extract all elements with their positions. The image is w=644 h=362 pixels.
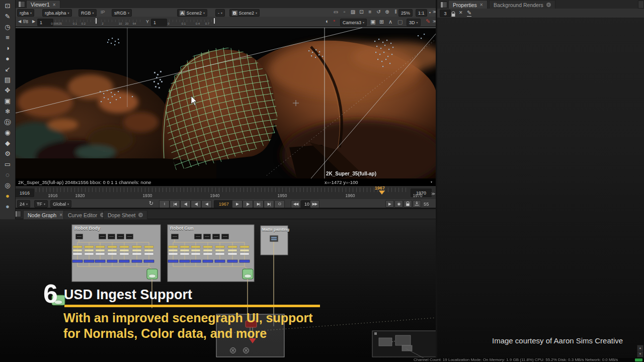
wipe-icon[interactable]: ▨ bbox=[349, 9, 357, 15]
transport-fwd-button[interactable]: |▶ bbox=[243, 200, 253, 208]
transport-fwd-button[interactable]: O bbox=[274, 200, 285, 208]
backdrop-far-right[interactable] bbox=[372, 331, 437, 357]
zoom-level-dropdown[interactable]: 25% bbox=[398, 9, 413, 17]
marquee-select-icon[interactable]: ▢ bbox=[397, 19, 403, 25]
tf-dropdown[interactable]: TF▾ bbox=[34, 200, 48, 208]
transport-fwd-button[interactable]: ▶| bbox=[264, 200, 274, 208]
green-write-node[interactable] bbox=[243, 269, 253, 279]
draw-node-icon[interactable]: ✎ bbox=[3, 13, 13, 20]
layer-dropdown[interactable]: rgba.alpha▾ bbox=[42, 9, 72, 17]
transport-back-button[interactable]: ◀ bbox=[201, 200, 212, 208]
tab-properties[interactable]: Properties × bbox=[448, 0, 488, 9]
input-process-toggle[interactable]: IP bbox=[101, 10, 105, 15]
gain-next-arrow[interactable]: ▶ bbox=[32, 19, 35, 24]
deep-node-icon[interactable]: Ⓓ bbox=[3, 118, 13, 127]
save-buffer-button[interactable] bbox=[413, 200, 421, 208]
gain-prev-arrow[interactable]: ◀ bbox=[18, 19, 21, 24]
fps-dropdown[interactable]: 24▾ bbox=[17, 200, 30, 208]
tab-dope-sheet[interactable]: Dope Sheet × bbox=[103, 210, 147, 219]
clear-bin-icon[interactable]: ✕ bbox=[459, 10, 463, 15]
metadata-node-icon[interactable]: ◆ bbox=[3, 139, 13, 147]
colorspace-dropdown[interactable]: sRGB▾ bbox=[112, 9, 132, 17]
image-node-icon[interactable]: ⊡ bbox=[3, 2, 13, 10]
other-node-icon[interactable]: ▭ bbox=[3, 160, 13, 168]
pane-divider-horizontal[interactable] bbox=[15, 208, 437, 209]
tab-node-graph[interactable]: Node Graph × bbox=[23, 210, 67, 219]
target-node-icon[interactable]: ◎ bbox=[3, 182, 13, 189]
transport-back-button[interactable]: I bbox=[159, 200, 170, 208]
transport-fwd-button[interactable]: ▶| bbox=[253, 200, 264, 208]
monitor-out-icon[interactable]: ⊡ bbox=[358, 9, 365, 15]
time-node-icon[interactable]: ◷ bbox=[3, 23, 13, 31]
tab-curve-editor[interactable]: Curve Editor × bbox=[63, 210, 109, 219]
tab-viewer1[interactable]: Viewer1 × bbox=[26, 0, 60, 9]
chevron-down-icon[interactable]: ▾ bbox=[429, 11, 431, 14]
info-bar-caret[interactable]: ▾ bbox=[431, 180, 432, 184]
view-mode-dropdown[interactable]: 3D▾ bbox=[407, 19, 421, 26]
threed-node-icon[interactable]: ▣ bbox=[3, 97, 13, 105]
gain-slider-handle[interactable] bbox=[96, 18, 97, 24]
toolsets-node-icon[interactable]: ⚙ bbox=[3, 150, 13, 157]
record-dot-icon[interactable]: • bbox=[333, 18, 335, 25]
scroll-down-button[interactable]: ▼ bbox=[637, 351, 643, 357]
color-node-icon[interactable]: ◑ bbox=[3, 44, 13, 52]
gamma-slider[interactable]: 00.10.40.7 bbox=[166, 18, 216, 26]
transport-back-button[interactable]: ◀| bbox=[191, 200, 201, 208]
pane-menu-button[interactable] bbox=[638, 1, 644, 9]
loop-mode-icon[interactable]: ↻ bbox=[149, 200, 153, 207]
gamma-slider-handle[interactable] bbox=[214, 18, 215, 24]
views-node-icon[interactable]: ◉ bbox=[3, 129, 13, 136]
skip-back-button[interactable]: ◀◀ bbox=[291, 200, 300, 208]
flipbook-button[interactable]: ▶ bbox=[385, 200, 394, 208]
merge-node-icon[interactable]: ▤ bbox=[3, 76, 13, 83]
grid-overlay-icon[interactable]: ⊞ bbox=[379, 19, 384, 25]
channels-dropdown[interactable]: rgba▾ bbox=[17, 9, 34, 17]
gamma-input[interactable]: 1 bbox=[151, 19, 167, 26]
proxy-icon[interactable]: ▫ bbox=[341, 9, 348, 15]
pane-layout-icon[interactable] bbox=[18, 1, 25, 8]
particles-node-icon[interactable]: ❄ bbox=[3, 108, 13, 115]
headlamp-icon[interactable]: ◖ bbox=[325, 18, 329, 24]
gain-slider[interactable]: 0.006250.10.22102064 bbox=[52, 18, 142, 26]
lock-bin-icon[interactable] bbox=[451, 10, 456, 19]
ab-mode-dropdown[interactable]: -▾ bbox=[215, 9, 225, 17]
refresh-icon[interactable]: ↺ bbox=[375, 9, 382, 15]
transform-node-icon[interactable]: ✥ bbox=[3, 86, 13, 94]
record-button[interactable]: ◉ bbox=[394, 200, 403, 208]
plugin-gold-icon[interactable]: ● bbox=[3, 192, 13, 200]
annotate-pencil-icon[interactable]: ✎ bbox=[426, 18, 430, 25]
edit-pencil-icon[interactable]: ✎ bbox=[467, 10, 471, 17]
curve-tool-icon[interactable]: ∧ bbox=[388, 19, 392, 25]
input-b-dropdown[interactable]: B Scene2▾ bbox=[229, 9, 260, 17]
lock-range-button[interactable] bbox=[404, 200, 412, 208]
pane-divider-vertical[interactable] bbox=[436, 0, 437, 358]
lock-camera-icon[interactable]: ▣ bbox=[370, 19, 375, 25]
transport-back-button[interactable]: ◀| bbox=[180, 200, 191, 208]
furnace-node-icon[interactable]: ◌ bbox=[3, 171, 13, 178]
viewer-viewport[interactable] bbox=[15, 27, 437, 178]
transport-fwd-button[interactable]: ▶ bbox=[232, 200, 243, 208]
close-icon[interactable]: × bbox=[59, 212, 62, 218]
current-frame-input[interactable]: 1967 bbox=[214, 200, 234, 208]
pixel-ratio-dropdown[interactable]: 1:1 bbox=[416, 9, 427, 17]
transport-back-button[interactable]: |◀ bbox=[170, 200, 180, 208]
channel-node-icon[interactable]: ≡ bbox=[3, 34, 13, 41]
tab-background-renders[interactable]: Background Renders × bbox=[489, 0, 555, 9]
close-icon[interactable]: × bbox=[53, 2, 56, 8]
keyer-node-icon[interactable]: ↙ bbox=[3, 65, 13, 73]
close-icon[interactable]: × bbox=[546, 3, 551, 7]
range-mode-dropdown[interactable]: Global▾ bbox=[50, 200, 71, 208]
close-icon[interactable]: × bbox=[480, 2, 483, 8]
playhead-marker[interactable] bbox=[379, 191, 385, 195]
plugin-globe-icon[interactable]: ● bbox=[3, 203, 13, 210]
skip-fwd-button[interactable]: ▶▶ bbox=[310, 200, 319, 208]
filter-node-icon[interactable]: ● bbox=[3, 55, 13, 62]
range-chevron-icon[interactable]: ≫ bbox=[431, 192, 435, 196]
matte-painting-node[interactable] bbox=[270, 235, 278, 242]
mask-icon[interactable]: ▭ bbox=[332, 9, 340, 15]
display-channels-dropdown[interactable]: RGB▾ bbox=[78, 9, 97, 17]
green-write-node[interactable] bbox=[147, 269, 157, 279]
close-icon[interactable]: × bbox=[138, 213, 143, 217]
pane-layout-icon[interactable] bbox=[440, 2, 447, 8]
bin-limit-input[interactable]: 3 bbox=[440, 10, 451, 17]
